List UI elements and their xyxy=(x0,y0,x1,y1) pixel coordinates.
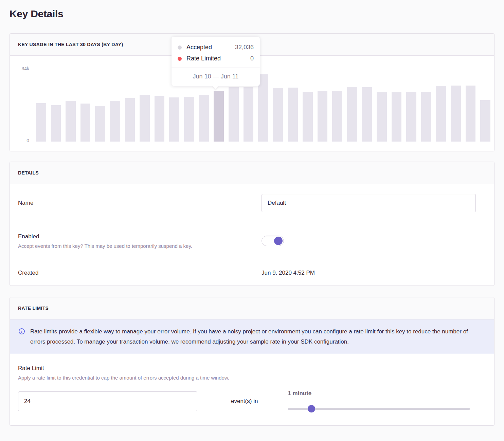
info-icon: i xyxy=(19,328,25,334)
bar[interactable] xyxy=(288,88,298,142)
bar[interactable] xyxy=(66,101,76,142)
bar[interactable] xyxy=(140,95,150,142)
tooltip-row-rate-limited: Rate Limited 0 xyxy=(178,53,254,64)
rate-limit-window-group: 1 minute xyxy=(288,390,470,412)
bar[interactable] xyxy=(199,95,209,142)
bar[interactable] xyxy=(436,86,446,142)
bar[interactable] xyxy=(110,101,120,142)
bar[interactable] xyxy=(125,98,135,142)
bar[interactable] xyxy=(377,92,387,142)
created-value: Jun 9, 2020 4:52 PM xyxy=(262,270,315,276)
name-label: Name xyxy=(10,200,262,206)
bar[interactable] xyxy=(421,92,431,142)
bar[interactable] xyxy=(244,87,254,142)
bar[interactable] xyxy=(229,87,239,142)
y-axis-max-label: 34k xyxy=(10,66,29,71)
bar[interactable] xyxy=(303,92,313,142)
bar[interactable] xyxy=(362,87,372,142)
rate-limited-dot-icon xyxy=(178,57,182,61)
bar[interactable] xyxy=(406,92,416,142)
usage-panel: KEY USAGE IN THE LAST 30 DAYS (BY DAY) 3… xyxy=(10,33,494,151)
info-alert: i Rate limits provide a flexible way to … xyxy=(10,319,494,354)
bar[interactable] xyxy=(155,96,165,142)
tooltip-label-rate-limited: Rate Limited xyxy=(186,55,221,62)
events-in-label: event(s) in xyxy=(231,398,258,405)
enabled-toggle[interactable] xyxy=(262,236,284,246)
rate-limit-controls: event(s) in 1 minute xyxy=(18,390,486,425)
name-input[interactable] xyxy=(262,194,476,212)
created-row: Created Jun 9, 2020 4:52 PM xyxy=(10,260,494,286)
details-panel: DETAILS Name Enabled Accept events from … xyxy=(10,162,494,286)
tooltip-value-accepted: 32,036 xyxy=(235,44,254,51)
chart-tooltip: Accepted 32,036 Rate Limited 0 Jun 10 — … xyxy=(172,37,260,86)
enabled-row: Enabled Accept events from this key? Thi… xyxy=(10,222,494,260)
bar[interactable] xyxy=(332,91,342,142)
accepted-dot-icon xyxy=(178,45,182,50)
enabled-control xyxy=(262,236,494,246)
bar[interactable] xyxy=(466,86,476,142)
bar[interactable] xyxy=(95,106,105,142)
bar[interactable] xyxy=(51,105,61,142)
y-axis-min-label: 0 xyxy=(10,138,29,143)
toggle-knob[interactable] xyxy=(274,237,283,245)
rate-limits-panel: RATE LIMITS i Rate limits provide a flex… xyxy=(10,297,494,426)
rate-limit-window-label: 1 minute xyxy=(288,390,470,397)
bar-series[interactable] xyxy=(36,68,490,142)
rate-limits-panel-header: RATE LIMITS xyxy=(10,297,494,319)
bar[interactable] xyxy=(273,88,283,142)
tooltip-label-accepted: Accepted xyxy=(186,44,212,51)
bar[interactable] xyxy=(318,91,328,142)
rate-limit-row: Rate Limit Apply a rate limit to this cr… xyxy=(10,354,494,425)
page-title: Key Details xyxy=(10,8,494,20)
rate-limit-help-text: Apply a rate limit to this credential to… xyxy=(18,375,486,381)
bar[interactable] xyxy=(169,97,179,142)
enabled-label-group: Enabled Accept events from this key? Thi… xyxy=(10,233,262,249)
bar[interactable] xyxy=(184,97,194,142)
bar[interactable] xyxy=(347,87,357,142)
enabled-label: Enabled xyxy=(18,233,262,240)
tooltip-value-rate-limited: 0 xyxy=(250,55,254,62)
tooltip-legend-rows: Accepted 32,036 Rate Limited 0 xyxy=(172,37,260,68)
info-alert-text: Rate limits provide a flexible way to ma… xyxy=(30,327,482,347)
rate-limit-count-input[interactable] xyxy=(18,391,197,411)
rate-limit-label: Rate Limit xyxy=(18,365,486,372)
key-details-page: Key Details KEY USAGE IN THE LAST 30 DAY… xyxy=(0,0,504,426)
details-panel-header: DETAILS xyxy=(10,162,494,184)
bar[interactable] xyxy=(451,86,461,142)
enabled-help-text: Accept events from this key? This may be… xyxy=(18,243,262,249)
created-label: Created xyxy=(10,270,262,276)
rate-limit-window-slider[interactable] xyxy=(288,405,470,412)
name-control xyxy=(262,194,494,212)
name-row: Name xyxy=(10,184,494,222)
bar[interactable] xyxy=(80,104,91,142)
bar[interactable] xyxy=(480,100,490,142)
tooltip-row-accepted: Accepted 32,036 xyxy=(178,42,254,53)
bar[interactable] xyxy=(36,103,46,142)
created-control: Jun 9, 2020 4:52 PM xyxy=(262,270,494,276)
bar[interactable] xyxy=(392,92,402,142)
bar-highlighted[interactable] xyxy=(214,91,224,142)
slider-knob[interactable] xyxy=(308,405,315,412)
